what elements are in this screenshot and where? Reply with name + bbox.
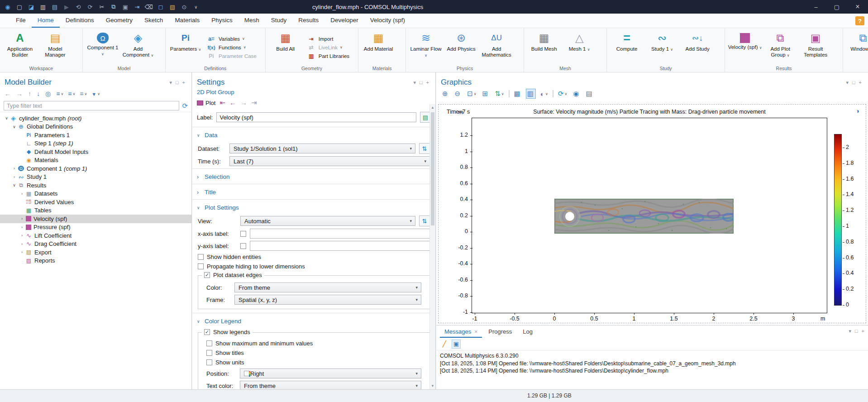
tree-item[interactable]: › Pressure (spf): [0, 223, 191, 232]
ribbon-button[interactable]: Compute: [610, 30, 644, 65]
open-file-icon[interactable]: [26, 2, 36, 12]
tree-item[interactable]: ∨ Global Definitions: [0, 123, 191, 131]
tree-item[interactable]: ∨ cylinder_flow.mph (root): [0, 114, 191, 123]
model-builder-tool[interactable]: [5, 90, 12, 97]
view-dropdown[interactable]: Automatic: [240, 216, 415, 226]
scroll-down-icon[interactable]: ▼: [430, 384, 435, 388]
label-input[interactable]: [216, 112, 416, 122]
model-builder-tool[interactable]: ∨: [80, 90, 87, 97]
panel-menu-icon[interactable]: ▾: [849, 328, 851, 334]
tree-caret-icon[interactable]: ›: [19, 242, 25, 246]
xaxis-label-checkbox[interactable]: [240, 231, 246, 237]
paste-icon[interactable]: [120, 2, 130, 12]
model-builder-tool[interactable]: [28, 90, 32, 97]
ribbon-small-button[interactable]: Variables ∨: [206, 36, 259, 42]
graphics-tool[interactable]: ∨: [466, 89, 477, 99]
tree-caret-icon[interactable]: ›: [19, 233, 25, 238]
graphics-tool[interactable]: ∨: [557, 89, 568, 99]
menu-tab[interactable]: Velocity (spf): [364, 14, 411, 28]
propagate-hiding-checkbox[interactable]: [198, 263, 204, 269]
minimize-icon[interactable]: [806, 0, 826, 14]
ribbon-button[interactable]: Add Study: [680, 30, 715, 65]
edge-color-dropdown[interactable]: From theme: [234, 282, 421, 292]
delete-icon[interactable]: [144, 2, 154, 12]
ribbon-button[interactable]: Application Builder: [3, 30, 37, 65]
refresh-icon[interactable]: ⟳: [182, 102, 188, 110]
redo-icon[interactable]: [85, 2, 95, 12]
duplicate-icon[interactable]: [132, 2, 142, 12]
scroll-up-icon[interactable]: ▲: [430, 105, 435, 110]
panel-menu-icon[interactable]: ▾: [846, 80, 849, 86]
graphics-tool[interactable]: [441, 89, 450, 99]
model-builder-tool[interactable]: [45, 90, 52, 97]
ribbon-button[interactable]: Study 1 ∨: [645, 30, 679, 65]
undo-icon[interactable]: [73, 2, 83, 12]
yaxis-label-input[interactable]: [250, 241, 430, 251]
tree-item[interactable]: › Datasets: [0, 190, 191, 198]
menu-tab[interactable]: Definitions: [60, 14, 100, 28]
ribbon-button[interactable]: Model Manager: [38, 30, 72, 65]
graphics-tool[interactable]: [509, 90, 510, 97]
model-builder-tool[interactable]: ∨: [91, 90, 100, 97]
show-hidden-checkbox[interactable]: [198, 254, 204, 260]
tree-caret-icon[interactable]: ›: [19, 250, 25, 254]
plot-dataset-edges-checkbox[interactable]: [204, 272, 210, 278]
xaxis-label-input[interactable]: [250, 229, 430, 239]
legend-position-dropdown[interactable]: Right: [240, 368, 421, 378]
tree-item[interactable]: › Lift Coefficient: [0, 231, 191, 240]
show-maxmin-checkbox[interactable]: [206, 340, 212, 346]
ribbon-small-button[interactable]: Functions ∨: [206, 44, 259, 51]
messages-tool[interactable]: [440, 340, 449, 349]
save-icon[interactable]: [38, 2, 48, 12]
new-file-icon[interactable]: [14, 2, 24, 12]
tree-caret-icon[interactable]: ›: [19, 191, 25, 196]
last-plot-icon[interactable]: ⇥: [251, 99, 257, 107]
model-builder-tool[interactable]: ∨: [56, 90, 63, 97]
previous-plot-icon[interactable]: ←: [229, 99, 236, 107]
model-builder-tool[interactable]: [16, 90, 24, 97]
help-button[interactable]: ?: [855, 16, 864, 25]
panel-float-icon[interactable]: □: [420, 80, 423, 86]
copy-icon[interactable]: [109, 2, 119, 12]
show-titles-checkbox[interactable]: [206, 350, 212, 356]
panel-pin-icon[interactable]: +: [862, 328, 864, 334]
tree-caret-icon[interactable]: ∨: [11, 183, 17, 187]
tree-caret-icon[interactable]: ›: [19, 216, 25, 221]
tree-filter-input[interactable]: [4, 101, 179, 110]
ribbon-small-button[interactable]: Parameter Case: [206, 53, 259, 59]
panel-float-icon[interactable]: □: [176, 80, 179, 86]
go-to-view-icon[interactable]: ⇅: [419, 215, 430, 226]
tree-item[interactable]: Materials: [0, 156, 191, 165]
messages-tab[interactable]: Progress ×: [484, 326, 516, 338]
plot-button[interactable]: Plot: [197, 100, 215, 106]
model-builder-tool[interactable]: [37, 90, 41, 97]
next-plot-icon[interactable]: →: [240, 99, 247, 107]
menu-tab[interactable]: Results: [292, 14, 324, 28]
yaxis-label-checkbox[interactable]: [240, 243, 246, 249]
menu-tab[interactable]: Physics: [205, 14, 238, 28]
close-icon[interactable]: [847, 0, 868, 14]
tree-caret-icon[interactable]: ›: [19, 225, 25, 230]
tree-item[interactable]: Reports: [0, 257, 191, 265]
frame-dropdown[interactable]: Spatial (x, y, z): [234, 295, 421, 305]
panel-float-icon[interactable]: □: [852, 80, 855, 86]
section-selection[interactable]: Selection: [192, 170, 435, 182]
ribbon-small-button[interactable]: Import: [306, 36, 352, 42]
tree-item[interactable]: Tables: [0, 206, 191, 215]
menu-tab[interactable]: Home: [32, 14, 60, 28]
menu-tab[interactable]: Developer: [324, 14, 364, 28]
ribbon-button[interactable]: Build All: [268, 30, 303, 65]
section-title[interactable]: Title: [192, 186, 435, 198]
graphics-tool[interactable]: ∨: [493, 89, 505, 99]
graphics-tool[interactable]: [453, 89, 463, 99]
tree-caret-icon[interactable]: ∨: [4, 116, 10, 120]
panel-menu-icon[interactable]: ▾: [413, 80, 416, 86]
tree-caret-icon[interactable]: ›: [11, 175, 17, 179]
menu-tab[interactable]: Materials: [169, 14, 205, 28]
ribbon-button[interactable]: Velocity (spf) ∨: [728, 30, 762, 65]
tree-item[interactable]: › Study 1: [0, 173, 191, 182]
menu-tab[interactable]: Study: [265, 14, 293, 28]
first-plot-icon[interactable]: ⇤: [219, 99, 225, 107]
go-to-source-icon[interactable]: ⇅: [419, 143, 430, 154]
panel-menu-icon[interactable]: ▾: [169, 80, 172, 86]
